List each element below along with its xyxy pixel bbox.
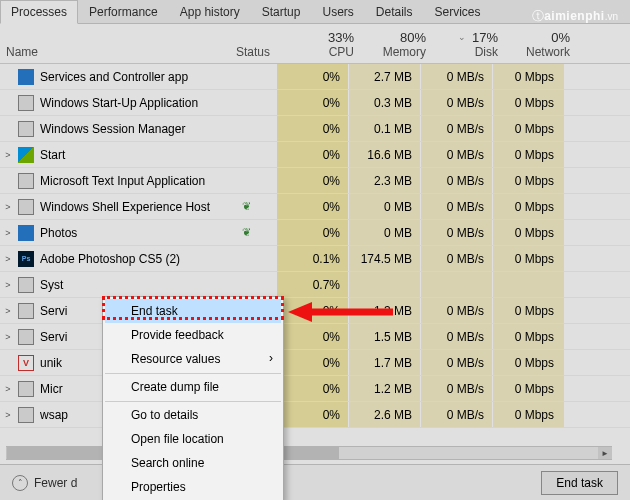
process-name: wsap — [40, 408, 68, 422]
cpu-cell: 0% — [276, 142, 348, 167]
expand-icon[interactable]: > — [0, 384, 16, 394]
table-row[interactable]: >Syst0.7% — [0, 272, 630, 298]
menu-provide-feedback[interactable]: Provide feedback — [105, 323, 281, 347]
memory-cell: 1.2 MB — [348, 376, 420, 401]
leaf-icon: ❦ — [242, 200, 251, 213]
header-name[interactable]: Name — [0, 41, 230, 63]
expand-icon[interactable]: > — [0, 150, 16, 160]
menu-resource-values[interactable]: Resource values — [105, 347, 281, 371]
memory-cell: 1.5 MB — [348, 324, 420, 349]
memory-cell: 0.1 MB — [348, 116, 420, 141]
table-row[interactable]: >Photos❦0%0 MB0 MB/s0 Mbps — [0, 220, 630, 246]
expand-icon[interactable]: > — [0, 332, 16, 342]
network-cell: 0 Mbps — [492, 324, 564, 349]
table-row[interactable]: Windows Start-Up Application0%0.3 MB0 MB… — [0, 90, 630, 116]
table-row[interactable]: >Micr0%1.2 MB0 MB/s0 Mbps — [0, 376, 630, 402]
tab-processes[interactable]: Processes — [0, 0, 78, 24]
cpu-cell: 0% — [276, 298, 348, 323]
tab-services[interactable]: Services — [424, 0, 492, 23]
expand-icon[interactable]: > — [0, 306, 16, 316]
expand-icon[interactable]: > — [0, 280, 16, 290]
memory-cell: 0 MB — [348, 194, 420, 219]
app-icon: V — [18, 355, 34, 371]
menu-properties[interactable]: Properties — [105, 475, 281, 499]
table-row[interactable]: >PsAdobe Photoshop CS5 (2)0.1%174.5 MB0 … — [0, 246, 630, 272]
table-row[interactable]: Windows Session Manager0%0.1 MB0 MB/s0 M… — [0, 116, 630, 142]
cpu-cell: 0% — [276, 350, 348, 375]
process-name: Services and Controller app — [40, 70, 188, 84]
network-cell: 0 Mbps — [492, 376, 564, 401]
end-task-button[interactable]: End task — [541, 471, 618, 495]
app-icon — [18, 173, 34, 189]
expand-icon[interactable]: > — [0, 410, 16, 420]
menu-search-online[interactable]: Search online — [105, 451, 281, 475]
process-name: Servi — [40, 330, 67, 344]
header-status[interactable]: Status — [230, 41, 290, 63]
process-name: Adobe Photoshop CS5 (2) — [40, 252, 180, 266]
network-cell: 0 Mbps — [492, 116, 564, 141]
table-row[interactable]: >Start0%16.6 MB0 MB/s0 Mbps — [0, 142, 630, 168]
app-icon — [18, 407, 34, 423]
app-icon — [18, 225, 34, 241]
table-row[interactable]: Vunik0%1.7 MB0 MB/s0 Mbps — [0, 350, 630, 376]
memory-cell: 0.3 MB — [348, 90, 420, 115]
tab-app-history[interactable]: App history — [169, 0, 251, 23]
menu-end-task[interactable]: End task — [105, 299, 281, 323]
menu-open-file-location[interactable]: Open file location — [105, 427, 281, 451]
memory-cell: 174.5 MB — [348, 246, 420, 271]
process-name: unik — [40, 356, 62, 370]
network-cell: 0 Mbps — [492, 168, 564, 193]
disk-cell: 0 MB/s — [420, 116, 492, 141]
network-cell: 0 Mbps — [492, 220, 564, 245]
process-name: Microsoft Text Input Application — [40, 174, 205, 188]
table-row[interactable]: >wsap0%2.6 MB0 MB/s0 Mbps — [0, 402, 630, 428]
table-row[interactable]: >Windows Shell Experience Host❦0%0 MB0 M… — [0, 194, 630, 220]
fewer-details-button[interactable]: ˄ Fewer d — [12, 475, 77, 491]
memory-cell: 16.6 MB — [348, 142, 420, 167]
scroll-right-icon[interactable]: ► — [598, 447, 612, 459]
disk-cell: 0 MB/s — [420, 168, 492, 193]
network-cell — [492, 272, 564, 297]
disk-cell: 0 MB/s — [420, 220, 492, 245]
horizontal-scrollbar[interactable]: ◄ ► — [6, 446, 612, 460]
table-row[interactable]: Microsoft Text Input Application0%2.3 MB… — [0, 168, 630, 194]
network-cell: 0 Mbps — [492, 298, 564, 323]
tab-performance[interactable]: Performance — [78, 0, 169, 23]
expand-icon[interactable]: > — [0, 202, 16, 212]
header-disk[interactable]: 17%Disk — [434, 28, 506, 63]
table-row[interactable]: Services and Controller app0%2.7 MB0 MB/… — [0, 64, 630, 90]
process-name: Windows Start-Up Application — [40, 96, 198, 110]
watermark: ⓣaimienphi.vn — [532, 6, 618, 25]
process-name-cell: Start — [16, 147, 216, 163]
cpu-cell: 0% — [276, 116, 348, 141]
disk-cell: 0 MB/s — [420, 376, 492, 401]
process-name: Start — [40, 148, 65, 162]
app-icon — [18, 381, 34, 397]
memory-cell: 2.7 MB — [348, 64, 420, 89]
tab-startup[interactable]: Startup — [251, 0, 312, 23]
cpu-cell: 0% — [276, 324, 348, 349]
memory-cell: 1.7 MB — [348, 350, 420, 375]
disk-cell: 0 MB/s — [420, 350, 492, 375]
tab-users[interactable]: Users — [311, 0, 364, 23]
app-icon — [18, 199, 34, 215]
disk-cell: 0 MB/s — [420, 324, 492, 349]
cpu-cell: 0% — [276, 220, 348, 245]
tab-details[interactable]: Details — [365, 0, 424, 23]
header-memory[interactable]: 80%Memory — [362, 28, 434, 63]
context-menu: End task Provide feedback Resource value… — [102, 296, 284, 500]
header-network[interactable]: 0%Network — [506, 28, 578, 63]
menu-go-to-details[interactable]: Go to details — [105, 401, 281, 427]
header-cpu[interactable]: 33%CPU — [290, 28, 362, 63]
process-name: Servi — [40, 304, 67, 318]
menu-create-dump-file[interactable]: Create dump file — [105, 373, 281, 399]
expand-icon[interactable]: > — [0, 228, 16, 238]
table-row[interactable]: >Servi0%1.3 MB0 MB/s0 Mbps — [0, 298, 630, 324]
leaf-icon: ❦ — [242, 226, 251, 239]
process-name-cell: Windows Session Manager — [16, 121, 216, 137]
network-cell: 0 Mbps — [492, 350, 564, 375]
table-row[interactable]: >Servi0%1.5 MB0 MB/s0 Mbps — [0, 324, 630, 350]
expand-icon[interactable]: > — [0, 254, 16, 264]
disk-cell: 0 MB/s — [420, 90, 492, 115]
memory-cell: 2.6 MB — [348, 402, 420, 427]
